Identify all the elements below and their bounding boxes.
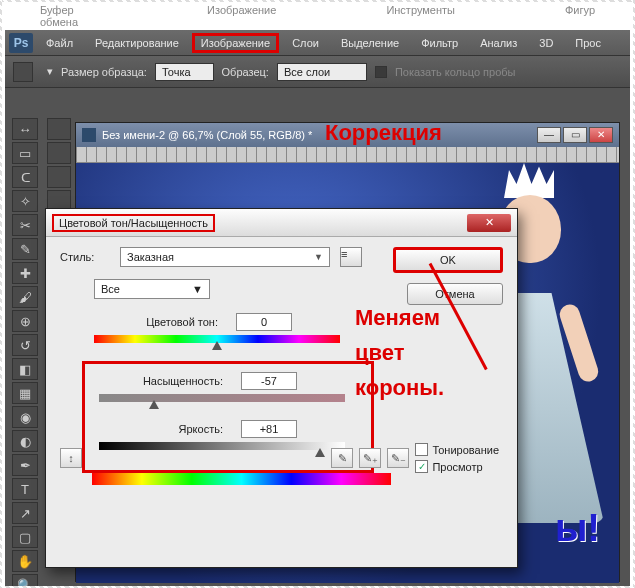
label: Буфер обмена [40, 4, 97, 28]
channel-select[interactable]: Все▼ [94, 279, 210, 299]
style-select[interactable]: Заказная▼ [120, 247, 330, 267]
toolbox: ↔ ▭ ᑕ ✧ ✂ ✎ ✚ 🖌 ⊕ ↺ ◧ ▦ ◉ ◐ ✒ T ↗ ▢ ✋ 🔍 [10, 116, 40, 588]
label: Инструменты [386, 4, 455, 28]
colorize-checkbox[interactable] [415, 443, 428, 456]
saturation-label: Насыщенность: [91, 375, 231, 387]
options-bar: ▾ Размер образца: Точка Образец: Все сло… [5, 56, 630, 88]
blur-tool-icon[interactable]: ◉ [12, 406, 38, 428]
scrubby-tool-icon[interactable]: ↕ [60, 448, 82, 468]
document-titlebar: Без имени-2 @ 66,7% (Слой 55, RGB/8) * —… [76, 123, 619, 147]
style-label: Стиль: [60, 251, 110, 263]
shape-tool-icon[interactable]: ▢ [12, 526, 38, 548]
aux-tool-icon[interactable] [47, 118, 71, 140]
label: Фигур [565, 4, 595, 28]
dialog-title: Цветовой тон/Насыщенность [52, 214, 215, 232]
preset-menu-button[interactable]: ≡ [340, 247, 362, 267]
label: Изображение [207, 4, 276, 28]
preview-checkbox[interactable]: ✓ [415, 460, 428, 473]
ps-logo-icon: Ps [9, 33, 33, 53]
eyedropper-tool-icon[interactable]: ✎ [12, 238, 38, 260]
document-title: Без имени-2 @ 66,7% (Слой 55, RGB/8) * [102, 129, 312, 141]
slider-thumb[interactable] [149, 400, 159, 409]
crop-tool-icon[interactable]: ✂ [12, 214, 38, 236]
color-spectrum-bar [92, 473, 391, 485]
show-ring-checkbox[interactable] [375, 66, 387, 78]
menu-image[interactable]: Изображение [192, 33, 279, 53]
document-icon [82, 128, 96, 142]
hue-saturation-dialog: Цветовой тон/Насыщенность ✕ OK Отмена Ст… [45, 208, 518, 568]
move-tool-icon[interactable]: ↔ [12, 118, 38, 140]
maximize-button[interactable]: ▭ [563, 127, 587, 143]
colorize-label: Тонирование [432, 444, 499, 456]
show-ring-label: Показать кольцо пробы [395, 66, 516, 78]
dialog-close-button[interactable]: ✕ [467, 214, 511, 232]
aux-tool-icon[interactable] [47, 166, 71, 188]
ok-button[interactable]: OK [393, 247, 503, 273]
slider-thumb[interactable] [212, 341, 222, 350]
eyedropper-add-icon[interactable]: ✎₊ [359, 448, 381, 468]
sample-source-label: Образец: [222, 66, 269, 78]
close-button[interactable]: ✕ [589, 127, 613, 143]
hue-slider[interactable] [94, 335, 340, 345]
lasso-tool-icon[interactable]: ᑕ [12, 166, 38, 188]
type-tool-icon[interactable]: T [12, 478, 38, 500]
lightness-label: Яркость: [91, 423, 231, 435]
menu-edit[interactable]: Редактирование [86, 33, 188, 53]
minimize-button[interactable]: — [537, 127, 561, 143]
menu-select[interactable]: Выделение [332, 33, 408, 53]
stamp-tool-icon[interactable]: ⊕ [12, 310, 38, 332]
cancel-button[interactable]: Отмена [407, 283, 503, 305]
main-menubar: Ps Файл Редактирование Изображение Слои … [5, 30, 630, 56]
sample-source-select[interactable]: Все слои [277, 63, 367, 81]
preview-label: Просмотр [432, 461, 482, 473]
dodge-tool-icon[interactable]: ◐ [12, 430, 38, 452]
screenshot-source-labels: Буфер обмена Изображение Инструменты Фиг… [0, 0, 635, 30]
marquee-tool-icon[interactable]: ▭ [12, 142, 38, 164]
eyedropper-tool-icon[interactable] [13, 62, 33, 82]
menu-analysis[interactable]: Анализ [471, 33, 526, 53]
crown-graphic [504, 163, 554, 198]
heal-tool-icon[interactable]: ✚ [12, 262, 38, 284]
sample-size-select[interactable]: Точка [155, 63, 214, 81]
gradient-tool-icon[interactable]: ▦ [12, 382, 38, 404]
menu-file[interactable]: Файл [37, 33, 82, 53]
eyedropper-icon[interactable]: ✎ [331, 448, 353, 468]
lightness-input[interactable]: +81 [241, 420, 297, 438]
chevron-down-icon: ▼ [314, 252, 323, 262]
pen-tool-icon[interactable]: ✒ [12, 454, 38, 476]
eraser-tool-icon[interactable]: ◧ [12, 358, 38, 380]
aux-tool-icon[interactable] [47, 142, 71, 164]
hue-label: Цветовой тон: [86, 316, 226, 328]
brush-tool-icon[interactable]: 🖌 [12, 286, 38, 308]
sample-size-label: Размер образца: [61, 66, 147, 78]
dialog-titlebar[interactable]: Цветовой тон/Насыщенность ✕ [46, 209, 517, 237]
menu-layers[interactable]: Слои [283, 33, 328, 53]
menu-view[interactable]: Прос [566, 33, 610, 53]
hue-input[interactable]: 0 [236, 313, 292, 331]
ruler-horizontal [76, 147, 619, 163]
menu-3d[interactable]: 3D [530, 33, 562, 53]
dialog-footer: ↕ ✎ ✎₊ ✎₋ Тонирование ✓ Просмотр [60, 443, 503, 473]
wand-tool-icon[interactable]: ✧ [12, 190, 38, 212]
chevron-down-icon: ▼ [192, 283, 203, 295]
path-tool-icon[interactable]: ↗ [12, 502, 38, 524]
aux-toolbox [45, 116, 73, 214]
photoshop-window: Ps Файл Редактирование Изображение Слои … [5, 30, 630, 588]
history-brush-icon[interactable]: ↺ [12, 334, 38, 356]
saturation-input[interactable]: -57 [241, 372, 297, 390]
menu-filter[interactable]: Фильтр [412, 33, 467, 53]
hand-tool-icon[interactable]: ✋ [12, 550, 38, 572]
eyedropper-sub-icon[interactable]: ✎₋ [387, 448, 409, 468]
saturation-slider[interactable] [99, 394, 345, 404]
